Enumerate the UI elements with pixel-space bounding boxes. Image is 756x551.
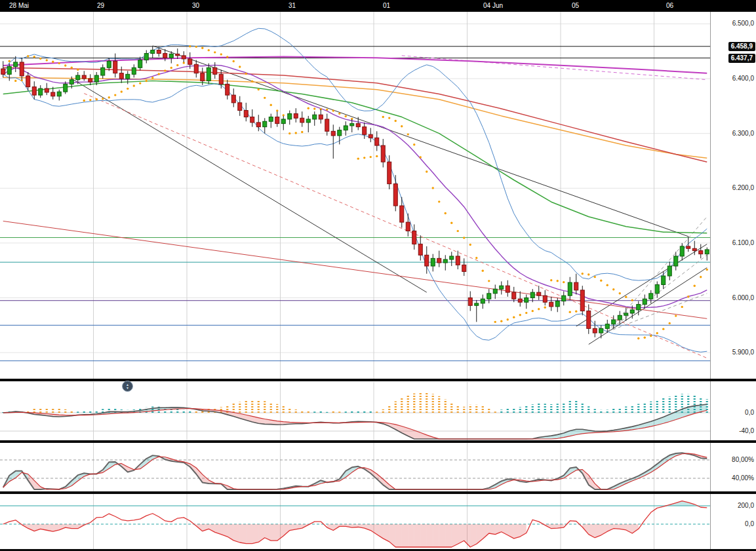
candle: [375, 138, 379, 145]
panel-collapse-button[interactable]: ▲ ▼: [122, 381, 133, 392]
candle: [418, 244, 422, 256]
candle: [313, 115, 317, 119]
date-label: 30: [192, 2, 199, 9]
candle: [487, 294, 491, 299]
trendline: [607, 217, 707, 332]
candle: [213, 67, 217, 74]
time-axis: 28 Mai2930310104 Jun0506: [0, 0, 756, 12]
candle: [119, 73, 123, 79]
candle: [163, 54, 167, 58]
stochastic-panel[interactable]: [0, 443, 710, 491]
candle: [393, 184, 397, 206]
candle: [231, 95, 235, 103]
candle: [381, 145, 385, 162]
candle: [450, 256, 454, 259]
candle: [624, 313, 628, 315]
candle: [655, 284, 659, 293]
candle: [269, 117, 273, 122]
date-label: 04 Jun: [483, 2, 503, 9]
candle: [113, 61, 117, 73]
stoch-d-line: [3, 453, 707, 489]
panel-divider-1[interactable]: [0, 379, 756, 381]
price-axis[interactable]: 6.500,06.400,06.300,06.200,06.100,06.000…: [710, 12, 756, 551]
candle: [618, 315, 622, 320]
candle: [263, 121, 267, 126]
momentum-panel[interactable]: [0, 494, 710, 549]
candle: [325, 119, 329, 131]
trendline: [402, 56, 707, 80]
candle: [431, 258, 435, 266]
candle: [587, 311, 591, 329]
candle: [667, 266, 671, 276]
trendline: [607, 294, 707, 332]
macd-panel[interactable]: [0, 382, 710, 440]
candle: [70, 80, 73, 85]
candle: [462, 265, 466, 271]
date-label: 29: [97, 2, 104, 9]
candle: [144, 54, 148, 60]
candle: [244, 111, 248, 117]
candle: [686, 246, 690, 248]
candle: [275, 117, 279, 124]
candle: [699, 251, 703, 254]
candle: [555, 301, 559, 307]
candle: [530, 292, 534, 297]
price-axis-label: 5.900,0: [732, 348, 754, 357]
candle: [356, 124, 360, 127]
candle: [680, 246, 684, 256]
candle: [20, 62, 24, 76]
candle: [574, 282, 578, 290]
candle: [605, 324, 609, 329]
candle: [599, 328, 603, 333]
date-label: 06: [666, 2, 673, 9]
candle: [151, 50, 155, 54]
panel-divider-2[interactable]: [0, 440, 756, 443]
candle: [443, 259, 447, 263]
candle: [226, 84, 229, 95]
candle: [294, 114, 298, 119]
candle: [425, 255, 429, 266]
candle: [518, 299, 522, 302]
candle: [406, 222, 410, 231]
sma20-line: [3, 65, 707, 307]
candle: [39, 88, 43, 95]
candle: [319, 115, 323, 119]
candle: [281, 119, 285, 124]
price-tag: 6.437,7: [728, 54, 755, 63]
candle: [549, 302, 553, 307]
price-chart[interactable]: [0, 12, 710, 380]
candle: [612, 320, 616, 324]
candle: [350, 124, 354, 126]
price-axis-label: 6.300,0: [732, 129, 754, 138]
candle: [537, 292, 541, 295]
momentum-axis-label: 0,0: [745, 520, 754, 529]
candle: [568, 282, 572, 295]
price-axis-label: 6.000,0: [732, 294, 754, 303]
candle: [94, 75, 98, 82]
candle: [101, 67, 105, 75]
price-tag: 6.458,9: [728, 42, 755, 51]
candle: [194, 64, 198, 73]
candle: [169, 54, 173, 58]
candle: [82, 75, 86, 79]
candle: [126, 74, 130, 79]
candle: [238, 103, 242, 111]
candle: [475, 303, 479, 305]
panel-divider-3[interactable]: [0, 491, 756, 494]
candle: [138, 60, 142, 68]
candle: [64, 84, 68, 92]
stoch-axis-label: 80,00%: [732, 455, 754, 465]
candle: [506, 286, 509, 292]
candles-series: [1, 47, 709, 339]
trendline: [3, 221, 707, 318]
candle: [363, 127, 367, 135]
candle: [662, 276, 666, 284]
candle: [493, 289, 497, 294]
candle: [338, 130, 342, 136]
candle: [7, 67, 11, 75]
candle: [692, 248, 696, 250]
candle: [176, 54, 180, 56]
candle: [705, 250, 709, 254]
stoch-k-line: [3, 453, 707, 489]
candle: [1, 69, 5, 74]
